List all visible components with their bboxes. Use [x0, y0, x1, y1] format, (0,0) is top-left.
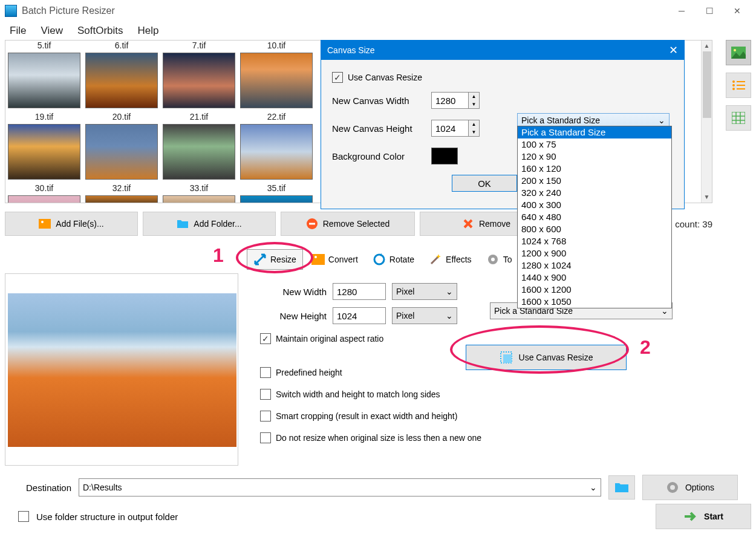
svg-point-21: [314, 256, 317, 258]
scroll-down-icon[interactable]: ▼: [702, 192, 712, 203]
canvas-height-label: New Canvas Height: [332, 123, 423, 134]
gallery-scrollbar[interactable]: ▲ ▼: [701, 41, 712, 203]
svg-rect-16: [39, 219, 51, 229]
start-button[interactable]: Start: [656, 504, 751, 529]
dropdown-option[interactable]: 640 x 480: [518, 211, 671, 223]
minimize-button[interactable]: ─: [668, 2, 696, 20]
tab-rotate[interactable]: Rotate: [367, 249, 420, 270]
dropdown-option[interactable]: 400 x 300: [518, 199, 671, 211]
no-resize-smaller-checkbox[interactable]: [260, 432, 271, 443]
use-canvas-resize-checkbox[interactable]: ✓: [332, 72, 343, 83]
thumb-item[interactable]: 19.tif: [5, 112, 83, 183]
thumb-item[interactable]: 32.tif: [83, 183, 160, 203]
close-button[interactable]: ✕: [723, 2, 751, 20]
thumb-item[interactable]: 22.tif: [238, 112, 315, 183]
new-height-label: New Height: [260, 311, 327, 321]
thumb-item[interactable]: 20.tif: [83, 112, 160, 183]
canvas-width-spinner[interactable]: ▲▼: [469, 92, 480, 109]
svg-rect-19: [309, 223, 315, 225]
annotation-number-1: 1: [213, 244, 224, 267]
thumb-item[interactable]: 6.tif: [83, 41, 160, 112]
dropdown-option[interactable]: 1200 x 900: [518, 247, 671, 259]
tab-tools[interactable]: To: [480, 249, 518, 270]
tab-bar: Resize Convert Rotate Effects To: [247, 248, 518, 271]
folder-icon: [177, 218, 189, 230]
maintain-ratio-checkbox[interactable]: ✓: [260, 333, 271, 344]
dropdown-option[interactable]: 320 x 240: [518, 187, 671, 199]
menu-softorbits[interactable]: SoftOrbits: [71, 24, 129, 38]
menu-view[interactable]: View: [34, 24, 69, 38]
menu-help[interactable]: Help: [132, 24, 165, 38]
options-button[interactable]: Options: [642, 475, 738, 500]
chevron-down-icon: ⌄: [446, 311, 453, 321]
canvas-width-input[interactable]: [431, 92, 469, 109]
view-thumbnails-button[interactable]: [726, 40, 751, 65]
dropdown-option[interactable]: Pick a Standard Size: [518, 126, 671, 138]
gear-icon: [486, 253, 500, 266]
svg-point-17: [41, 221, 44, 223]
tab-convert[interactable]: Convert: [305, 249, 364, 270]
switch-wh-checkbox[interactable]: [260, 389, 271, 400]
dropdown-option[interactable]: 100 x 75: [518, 138, 671, 151]
thumb-item[interactable]: 33.tif: [160, 183, 238, 203]
scroll-up-icon[interactable]: ▲: [702, 41, 712, 51]
add-files-button[interactable]: Add File(s)...: [5, 212, 138, 236]
app-icon: [5, 5, 17, 17]
bg-color-picker[interactable]: [431, 148, 458, 164]
dropdown-option[interactable]: 1600 x 1050: [518, 296, 671, 308]
rotate-icon: [373, 253, 386, 266]
svg-point-4: [732, 84, 735, 86]
view-grid-button[interactable]: [726, 105, 751, 131]
chevron-down-icon: ⌄: [590, 483, 597, 492]
view-list-button[interactable]: [726, 73, 751, 98]
dropdown-option[interactable]: 1600 x 1200: [518, 284, 671, 296]
dropdown-option[interactable]: 1280 x 1024: [518, 259, 671, 272]
dropdown-option[interactable]: 120 x 90: [518, 151, 671, 163]
dialog-ok-button[interactable]: OK: [452, 175, 517, 192]
canvas-height-spinner[interactable]: ▲▼: [469, 120, 480, 137]
dropdown-option[interactable]: 200 x 150: [518, 175, 671, 187]
tab-resize[interactable]: Resize: [247, 249, 303, 270]
thumb-item[interactable]: 7.tif: [160, 41, 238, 112]
smart-crop-checkbox[interactable]: [260, 411, 271, 422]
thumb-item[interactable]: 30.tif: [5, 183, 83, 203]
convert-icon: [311, 253, 325, 266]
canvas-width-label: New Canvas Width: [332, 96, 423, 106]
remove-icon: [306, 218, 318, 230]
canvas-height-input[interactable]: [431, 120, 469, 137]
picture-icon: [731, 47, 746, 59]
dropdown-option[interactable]: 1440 x 900: [518, 272, 671, 284]
add-folder-button[interactable]: Add Folder...: [143, 212, 276, 236]
svg-rect-26: [503, 354, 512, 363]
dropdown-option[interactable]: 1024 x 768: [518, 235, 671, 247]
width-unit-select[interactable]: Pixel⌄: [392, 283, 457, 300]
use-folder-structure-checkbox[interactable]: [18, 511, 29, 522]
predef-height-checkbox[interactable]: [260, 367, 271, 378]
new-width-input[interactable]: [333, 283, 386, 300]
browse-button[interactable]: [608, 475, 635, 500]
new-height-input[interactable]: [333, 307, 386, 324]
dropdown-option[interactable]: 800 x 600: [518, 223, 671, 235]
svg-point-24: [491, 258, 495, 261]
svg-point-2: [732, 80, 735, 83]
menu-file[interactable]: File: [4, 24, 32, 38]
destination-select[interactable]: D:\Results⌄: [79, 478, 601, 497]
use-canvas-resize-button[interactable]: Use Canvas Resize: [466, 345, 627, 370]
dialog-titlebar[interactable]: Canvas Size✕: [321, 41, 684, 60]
svg-rect-5: [737, 85, 745, 86]
svg-point-6: [732, 88, 735, 90]
thumb-item[interactable]: 5.tif: [5, 41, 83, 112]
thumb-item[interactable]: 35.tif: [238, 183, 315, 203]
maximize-button[interactable]: ☐: [696, 2, 723, 20]
remove-selected-button[interactable]: Remove Selected: [281, 212, 415, 236]
thumb-item[interactable]: 10.tif: [238, 41, 315, 112]
standard-size-dropdown: Pick a Standard Size100 x 75120 x 90160 …: [517, 126, 672, 308]
chevron-down-icon: ⌄: [446, 287, 453, 296]
dialog-close-button[interactable]: ✕: [669, 44, 678, 57]
dropdown-option[interactable]: 160 x 120: [518, 163, 671, 175]
height-unit-select[interactable]: Pixel⌄: [392, 307, 457, 324]
preview-panel: [5, 273, 238, 466]
app-title: Batch Picture Resizer: [22, 5, 668, 16]
thumb-item[interactable]: 21.tif: [160, 112, 238, 183]
tab-effects[interactable]: Effects: [423, 249, 478, 270]
